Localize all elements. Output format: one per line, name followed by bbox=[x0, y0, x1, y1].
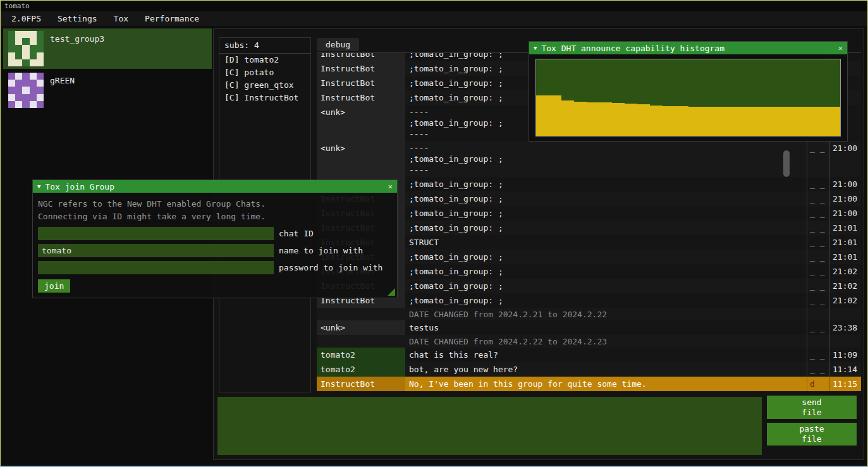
message-row: tomato2chat is this real?_ _11:09 bbox=[317, 348, 861, 362]
time-cell: 21:00 bbox=[829, 206, 861, 221]
close-icon[interactable]: ✕ bbox=[388, 182, 393, 191]
message-row: tomato2bot, are you new here?_ _11:14 bbox=[317, 362, 861, 377]
histogram-bar bbox=[650, 106, 663, 136]
message-row: InstructBot;tomato_in_group: ;_ _21:00 bbox=[317, 177, 861, 191]
join-group-titlebar[interactable]: ▼ Tox join Group ✕ bbox=[33, 180, 397, 193]
member-item[interactable]: [C] green_qtox bbox=[219, 79, 310, 92]
sender-cell: tomato2 bbox=[317, 362, 405, 377]
sender-cell bbox=[317, 335, 405, 348]
join-description-line1: NGC refers to the New DHT enabled Group … bbox=[38, 198, 392, 210]
flags-cell: _ _ bbox=[807, 206, 829, 221]
message-row: DATE CHANGED from 2024.2.22 to 2024.2.23 bbox=[317, 335, 861, 348]
system-text: DATE CHANGED from 2024.2.22 to 2024.2.23 bbox=[405, 335, 807, 348]
flags-cell: _ _ bbox=[807, 293, 829, 308]
message-text: No, I've been in this group for quite so… bbox=[405, 377, 807, 391]
message-row: InstructBot;tomato_in_group: ;_ _21:02 bbox=[317, 264, 861, 279]
field-label: password to join with bbox=[279, 263, 382, 272]
chat-ID-input[interactable] bbox=[38, 227, 274, 240]
menu-fps[interactable]: 2.0FPS bbox=[3, 12, 49, 25]
join-group-window: ▼ Tox join Group ✕ NGC refers to the New… bbox=[32, 179, 398, 298]
flags-cell: _ _ bbox=[807, 191, 829, 206]
histogram-bar bbox=[701, 107, 714, 136]
time-cell bbox=[829, 335, 861, 348]
field-label: chat ID bbox=[279, 229, 314, 238]
message-row: InstructBot;tomato_in_group: ;_ _21:00 bbox=[317, 191, 861, 206]
field-label: name to join with bbox=[279, 246, 363, 255]
histogram-bar bbox=[777, 107, 790, 136]
message-row: DATE CHANGED from 2024.2.21 to 2024.2.22 bbox=[317, 308, 861, 320]
flags-cell: _ _ bbox=[807, 177, 829, 191]
menu-performance[interactable]: Performance bbox=[137, 12, 207, 25]
histogram-bar bbox=[587, 102, 599, 136]
menu-settings[interactable]: Settings bbox=[49, 12, 106, 25]
time-cell: 21:00 bbox=[829, 177, 861, 191]
group-item[interactable]: test_group3 bbox=[3, 28, 212, 69]
password-to-join-with-input[interactable] bbox=[38, 261, 274, 274]
menu-bar: 2.0FPS Settings Tox Performance bbox=[1, 11, 867, 27]
histogram-bar bbox=[676, 106, 688, 136]
message-text: ;tomato_in_group: ; bbox=[405, 191, 807, 206]
histogram-bar bbox=[625, 104, 637, 136]
message-text: ;tomato_in_group: ; bbox=[405, 293, 807, 308]
message-text: ;tomato_in_group: ; bbox=[405, 250, 807, 264]
message-text: ;tomato_in_group: ; bbox=[405, 206, 807, 221]
collapse-icon[interactable]: ▼ bbox=[534, 45, 537, 51]
scrollbar-thumb[interactable] bbox=[783, 150, 790, 177]
flags-cell: _ _ bbox=[807, 235, 829, 250]
histogram-bar bbox=[536, 95, 549, 136]
group-item[interactable]: gREEN bbox=[3, 70, 212, 111]
resize-grip[interactable] bbox=[388, 288, 395, 296]
member-item[interactable]: [C] potato bbox=[219, 66, 310, 79]
dht-histogram-window: ▼ Tox DHT announce capability histogram … bbox=[529, 41, 848, 142]
histogram-plot bbox=[535, 59, 841, 136]
sender-cell: <unk> bbox=[317, 141, 405, 177]
sender-cell: <unk> bbox=[317, 105, 405, 141]
sender-cell: InstructBot bbox=[317, 377, 405, 391]
message-text: ;tomato_in_group: ; bbox=[405, 279, 807, 293]
join-description-line2: Connecting via ID might take a very long… bbox=[38, 210, 392, 223]
histogram-bar bbox=[688, 107, 701, 136]
join-fields: chat IDname to join withpassword to join… bbox=[38, 227, 392, 274]
message-row: InstructBot;tomato_in_group: ;_ _21:02 bbox=[317, 279, 861, 293]
app-window: tomato 2.0FPS Settings Tox Performance t… bbox=[0, 0, 868, 467]
tab-debug[interactable]: debug bbox=[317, 38, 359, 51]
message-input[interactable] bbox=[217, 397, 762, 455]
message-row: InstructBotSTRUCT_ _21:01 bbox=[317, 235, 861, 250]
flags-cell bbox=[807, 308, 829, 320]
join-button[interactable]: join bbox=[38, 279, 70, 293]
group-name: test_group3 bbox=[50, 28, 104, 44]
members-list: [D] tomato2[C] potato[C] green_qtox[C] I… bbox=[219, 54, 310, 104]
flags-cell: _ _ bbox=[807, 141, 829, 177]
menu-tox[interactable]: Tox bbox=[106, 12, 137, 25]
sender-cell bbox=[317, 308, 405, 320]
paste-file-button[interactable]: paste file bbox=[767, 423, 857, 446]
time-cell: 21:01 bbox=[829, 235, 861, 250]
system-text: DATE CHANGED from 2024.2.21 to 2024.2.22 bbox=[405, 308, 807, 320]
dht-histogram-titlebar[interactable]: ▼ Tox DHT announce capability histogram … bbox=[529, 42, 847, 54]
sender-cell: InstructBot bbox=[317, 53, 405, 61]
member-item[interactable]: [D] tomato2 bbox=[219, 54, 310, 66]
message-text: STRUCT bbox=[405, 235, 807, 250]
histogram-bar bbox=[574, 102, 587, 136]
member-item[interactable]: [C] InstructBot bbox=[219, 92, 310, 104]
histogram-bar bbox=[714, 107, 726, 136]
message-text: ---- ;tomato_in_group: ; ---- bbox=[405, 141, 807, 177]
flags-cell: _ _ bbox=[807, 221, 829, 235]
flags-cell: d bbox=[807, 377, 829, 391]
close-icon[interactable]: ✕ bbox=[838, 44, 843, 52]
name-to-join-with-input[interactable] bbox=[38, 244, 274, 257]
time-cell: 11:09 bbox=[829, 348, 861, 362]
collapse-icon[interactable]: ▼ bbox=[37, 183, 40, 190]
histogram-bar bbox=[764, 107, 777, 136]
message-row: InstructBot;tomato_in_group: ;_ _21:02 bbox=[317, 293, 861, 308]
window-titlebar[interactable]: tomato bbox=[1, 1, 867, 11]
flags-cell: _ _ bbox=[807, 250, 829, 264]
join-field-row: chat ID bbox=[38, 227, 392, 240]
histogram-bar bbox=[752, 107, 764, 136]
histogram-bar bbox=[637, 104, 650, 136]
send-file-button[interactable]: send file bbox=[767, 396, 857, 419]
histogram-bar bbox=[561, 100, 574, 136]
join-group-title: Tox join Group bbox=[45, 182, 114, 191]
window-title: tomato bbox=[4, 2, 30, 10]
join-group-body: NGC refers to the New DHT enabled Group … bbox=[33, 193, 397, 298]
